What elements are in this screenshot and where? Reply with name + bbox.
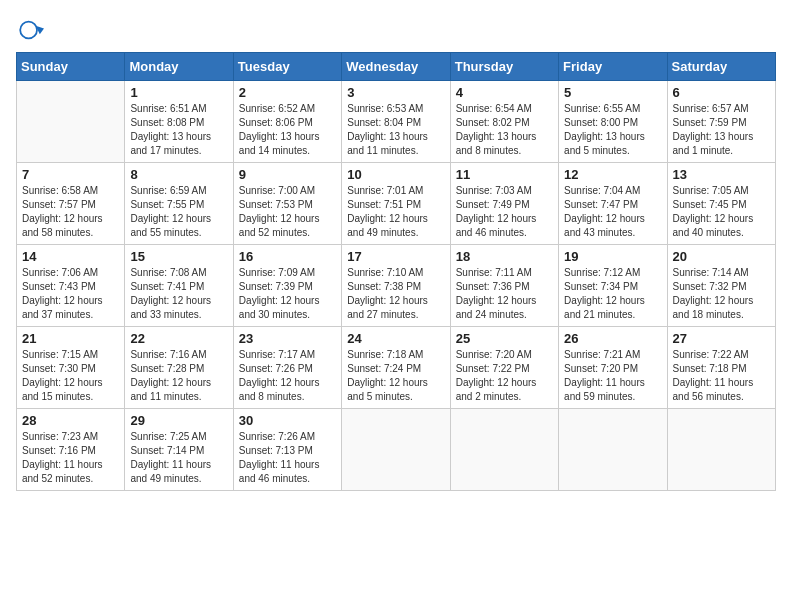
calendar-cell: 15 Sunrise: 7:08 AM Sunset: 7:41 PM Dayl…: [125, 245, 233, 327]
day-info: Sunrise: 6:54 AM Sunset: 8:02 PM Dayligh…: [456, 102, 553, 158]
calendar-cell: 2 Sunrise: 6:52 AM Sunset: 8:06 PM Dayli…: [233, 81, 341, 163]
day-number: 2: [239, 85, 336, 100]
day-info: Sunrise: 6:53 AM Sunset: 8:04 PM Dayligh…: [347, 102, 444, 158]
day-number: 24: [347, 331, 444, 346]
calendar-cell: 8 Sunrise: 6:59 AM Sunset: 7:55 PM Dayli…: [125, 163, 233, 245]
day-info: Sunrise: 7:03 AM Sunset: 7:49 PM Dayligh…: [456, 184, 553, 240]
day-info: Sunrise: 7:08 AM Sunset: 7:41 PM Dayligh…: [130, 266, 227, 322]
calendar-cell: 23 Sunrise: 7:17 AM Sunset: 7:26 PM Dayl…: [233, 327, 341, 409]
day-number: 23: [239, 331, 336, 346]
day-info: Sunrise: 7:14 AM Sunset: 7:32 PM Dayligh…: [673, 266, 770, 322]
day-number: 16: [239, 249, 336, 264]
day-number: 11: [456, 167, 553, 182]
day-info: Sunrise: 7:01 AM Sunset: 7:51 PM Dayligh…: [347, 184, 444, 240]
page-header: [16, 16, 776, 44]
day-info: Sunrise: 6:59 AM Sunset: 7:55 PM Dayligh…: [130, 184, 227, 240]
calendar-cell: 25 Sunrise: 7:20 AM Sunset: 7:22 PM Dayl…: [450, 327, 558, 409]
day-info: Sunrise: 7:06 AM Sunset: 7:43 PM Dayligh…: [22, 266, 119, 322]
day-info: Sunrise: 6:57 AM Sunset: 7:59 PM Dayligh…: [673, 102, 770, 158]
day-info: Sunrise: 6:55 AM Sunset: 8:00 PM Dayligh…: [564, 102, 661, 158]
calendar-cell: 24 Sunrise: 7:18 AM Sunset: 7:24 PM Dayl…: [342, 327, 450, 409]
calendar-cell: [559, 409, 667, 491]
day-number: 14: [22, 249, 119, 264]
day-number: 4: [456, 85, 553, 100]
calendar-week-4: 21 Sunrise: 7:15 AM Sunset: 7:30 PM Dayl…: [17, 327, 776, 409]
day-info: Sunrise: 7:25 AM Sunset: 7:14 PM Dayligh…: [130, 430, 227, 486]
day-number: 15: [130, 249, 227, 264]
calendar-cell: 30 Sunrise: 7:26 AM Sunset: 7:13 PM Dayl…: [233, 409, 341, 491]
logo: [16, 16, 48, 44]
calendar-cell: 11 Sunrise: 7:03 AM Sunset: 7:49 PM Dayl…: [450, 163, 558, 245]
day-info: Sunrise: 7:15 AM Sunset: 7:30 PM Dayligh…: [22, 348, 119, 404]
calendar-cell: 6 Sunrise: 6:57 AM Sunset: 7:59 PM Dayli…: [667, 81, 775, 163]
weekday-header-monday: Monday: [125, 53, 233, 81]
calendar-cell: 10 Sunrise: 7:01 AM Sunset: 7:51 PM Dayl…: [342, 163, 450, 245]
calendar-cell: [667, 409, 775, 491]
calendar-cell: [17, 81, 125, 163]
day-number: 19: [564, 249, 661, 264]
day-info: Sunrise: 7:00 AM Sunset: 7:53 PM Dayligh…: [239, 184, 336, 240]
day-number: 18: [456, 249, 553, 264]
day-number: 8: [130, 167, 227, 182]
day-number: 28: [22, 413, 119, 428]
calendar-cell: 7 Sunrise: 6:58 AM Sunset: 7:57 PM Dayli…: [17, 163, 125, 245]
day-number: 22: [130, 331, 227, 346]
weekday-header-row: SundayMondayTuesdayWednesdayThursdayFrid…: [17, 53, 776, 81]
day-info: Sunrise: 7:17 AM Sunset: 7:26 PM Dayligh…: [239, 348, 336, 404]
day-number: 29: [130, 413, 227, 428]
calendar-cell: 1 Sunrise: 6:51 AM Sunset: 8:08 PM Dayli…: [125, 81, 233, 163]
day-info: Sunrise: 7:12 AM Sunset: 7:34 PM Dayligh…: [564, 266, 661, 322]
weekday-header-tuesday: Tuesday: [233, 53, 341, 81]
calendar-cell: 14 Sunrise: 7:06 AM Sunset: 7:43 PM Dayl…: [17, 245, 125, 327]
calendar-cell: 26 Sunrise: 7:21 AM Sunset: 7:20 PM Dayl…: [559, 327, 667, 409]
day-number: 17: [347, 249, 444, 264]
calendar-cell: 21 Sunrise: 7:15 AM Sunset: 7:30 PM Dayl…: [17, 327, 125, 409]
day-number: 30: [239, 413, 336, 428]
day-number: 27: [673, 331, 770, 346]
calendar-cell: 29 Sunrise: 7:25 AM Sunset: 7:14 PM Dayl…: [125, 409, 233, 491]
day-info: Sunrise: 7:09 AM Sunset: 7:39 PM Dayligh…: [239, 266, 336, 322]
calendar-week-3: 14 Sunrise: 7:06 AM Sunset: 7:43 PM Dayl…: [17, 245, 776, 327]
day-info: Sunrise: 6:51 AM Sunset: 8:08 PM Dayligh…: [130, 102, 227, 158]
svg-point-0: [20, 22, 37, 39]
day-number: 5: [564, 85, 661, 100]
day-number: 26: [564, 331, 661, 346]
calendar-cell: 19 Sunrise: 7:12 AM Sunset: 7:34 PM Dayl…: [559, 245, 667, 327]
weekday-header-wednesday: Wednesday: [342, 53, 450, 81]
day-info: Sunrise: 7:10 AM Sunset: 7:38 PM Dayligh…: [347, 266, 444, 322]
day-number: 7: [22, 167, 119, 182]
day-info: Sunrise: 7:20 AM Sunset: 7:22 PM Dayligh…: [456, 348, 553, 404]
calendar-week-5: 28 Sunrise: 7:23 AM Sunset: 7:16 PM Dayl…: [17, 409, 776, 491]
weekday-header-friday: Friday: [559, 53, 667, 81]
day-info: Sunrise: 7:11 AM Sunset: 7:36 PM Dayligh…: [456, 266, 553, 322]
calendar-week-2: 7 Sunrise: 6:58 AM Sunset: 7:57 PM Dayli…: [17, 163, 776, 245]
calendar-cell: 9 Sunrise: 7:00 AM Sunset: 7:53 PM Dayli…: [233, 163, 341, 245]
calendar-cell: [450, 409, 558, 491]
weekday-header-sunday: Sunday: [17, 53, 125, 81]
day-info: Sunrise: 6:58 AM Sunset: 7:57 PM Dayligh…: [22, 184, 119, 240]
day-number: 9: [239, 167, 336, 182]
day-info: Sunrise: 7:16 AM Sunset: 7:28 PM Dayligh…: [130, 348, 227, 404]
calendar-cell: 22 Sunrise: 7:16 AM Sunset: 7:28 PM Dayl…: [125, 327, 233, 409]
calendar-cell: 17 Sunrise: 7:10 AM Sunset: 7:38 PM Dayl…: [342, 245, 450, 327]
calendar-cell: 16 Sunrise: 7:09 AM Sunset: 7:39 PM Dayl…: [233, 245, 341, 327]
day-info: Sunrise: 6:52 AM Sunset: 8:06 PM Dayligh…: [239, 102, 336, 158]
day-info: Sunrise: 7:21 AM Sunset: 7:20 PM Dayligh…: [564, 348, 661, 404]
calendar-cell: 18 Sunrise: 7:11 AM Sunset: 7:36 PM Dayl…: [450, 245, 558, 327]
day-number: 1: [130, 85, 227, 100]
calendar-cell: 5 Sunrise: 6:55 AM Sunset: 8:00 PM Dayli…: [559, 81, 667, 163]
day-info: Sunrise: 7:05 AM Sunset: 7:45 PM Dayligh…: [673, 184, 770, 240]
calendar-cell: 3 Sunrise: 6:53 AM Sunset: 8:04 PM Dayli…: [342, 81, 450, 163]
day-info: Sunrise: 7:22 AM Sunset: 7:18 PM Dayligh…: [673, 348, 770, 404]
calendar-week-1: 1 Sunrise: 6:51 AM Sunset: 8:08 PM Dayli…: [17, 81, 776, 163]
calendar-cell: 27 Sunrise: 7:22 AM Sunset: 7:18 PM Dayl…: [667, 327, 775, 409]
day-number: 6: [673, 85, 770, 100]
calendar-cell: 4 Sunrise: 6:54 AM Sunset: 8:02 PM Dayli…: [450, 81, 558, 163]
calendar-cell: 13 Sunrise: 7:05 AM Sunset: 7:45 PM Dayl…: [667, 163, 775, 245]
calendar-cell: 28 Sunrise: 7:23 AM Sunset: 7:16 PM Dayl…: [17, 409, 125, 491]
calendar-cell: [342, 409, 450, 491]
day-number: 13: [673, 167, 770, 182]
day-number: 3: [347, 85, 444, 100]
logo-icon: [16, 16, 44, 44]
day-info: Sunrise: 7:26 AM Sunset: 7:13 PM Dayligh…: [239, 430, 336, 486]
